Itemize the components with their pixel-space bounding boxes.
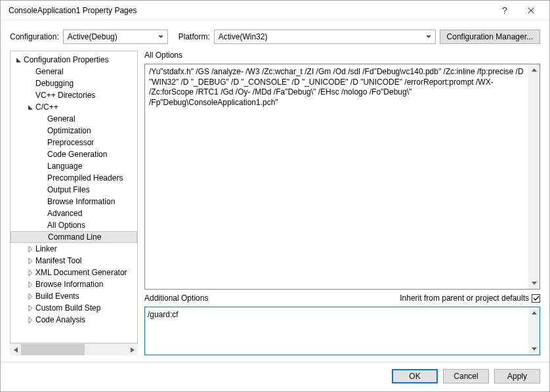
cancel-button[interactable]: Cancel: [443, 369, 489, 383]
tree-item[interactable]: Precompiled Headers: [11, 172, 137, 184]
all-options-label: All Options: [144, 51, 540, 60]
tree-item[interactable]: Preprocessor: [11, 137, 137, 148]
tree-expand-icon[interactable]: [26, 269, 34, 276]
configuration-manager-button[interactable]: Configuration Manager...: [440, 30, 540, 44]
tree-expand-icon[interactable]: [38, 139, 46, 146]
tree-item-label: General: [47, 114, 75, 123]
tree-item-label: Code Generation: [47, 150, 107, 159]
tree-item[interactable]: Custom Build Step: [11, 302, 137, 314]
tree-item-label: Command Line: [48, 232, 101, 242]
tree-expand-icon[interactable]: [26, 292, 34, 300]
scroll-down-icon[interactable]: [528, 343, 539, 355]
tree-item-label: General: [35, 67, 64, 76]
tree-item[interactable]: Linker: [11, 243, 137, 255]
tree-item[interactable]: XML Document Generator: [11, 267, 137, 278]
tree-expand-icon[interactable]: [38, 198, 46, 206]
tree-item-label: Custom Build Step: [35, 303, 100, 313]
tree-item[interactable]: Output Files: [11, 184, 137, 196]
dialog-button-bar: OK Cancel Apply: [1, 362, 549, 391]
tree-item[interactable]: Code Generation: [11, 148, 137, 160]
apply-button[interactable]: Apply: [494, 369, 540, 383]
chevron-down-icon: [156, 32, 165, 41]
inherit-defaults-label: Inherit from parent or project defaults: [400, 294, 529, 303]
tree-item[interactable]: Build Events: [11, 290, 137, 302]
tree-item-label: Linker: [35, 244, 57, 253]
help-button[interactable]: ?: [492, 1, 518, 20]
tree-item-label: Precompiled Headers: [47, 173, 123, 183]
tree-item[interactable]: Configuration Properties: [11, 54, 137, 66]
tree-item-label: Language: [47, 162, 82, 171]
chevron-down-icon: [424, 32, 433, 41]
platform-label: Platform:: [179, 32, 210, 41]
tree-item[interactable]: C/C++: [11, 101, 137, 113]
scrollbar-thumb[interactable]: [21, 344, 85, 355]
ok-button[interactable]: OK: [392, 369, 438, 383]
tree-item[interactable]: Debugging: [11, 77, 137, 89]
scroll-left-icon[interactable]: [10, 344, 21, 355]
scroll-up-icon[interactable]: [528, 64, 539, 76]
tree-expand-icon[interactable]: [26, 257, 34, 265]
tree-item[interactable]: Browse Information: [11, 278, 137, 290]
tree-expand-icon[interactable]: [39, 233, 47, 241]
tree-item-label: Browse Information: [47, 197, 115, 206]
tree-item-label: Manifest Tool: [35, 256, 81, 265]
tree-expand-icon[interactable]: [26, 245, 34, 253]
properties-tree[interactable]: Configuration PropertiesGeneralDebugging…: [10, 51, 138, 343]
tree-item-label: VC++ Directories: [35, 91, 95, 100]
tree-expand-icon[interactable]: [26, 304, 34, 312]
tree-item-label: Build Events: [35, 292, 79, 301]
configuration-combo[interactable]: Active(Debug): [63, 30, 168, 44]
tree-item[interactable]: VC++ Directories: [11, 89, 137, 101]
tree-expand-icon[interactable]: [38, 115, 46, 123]
configuration-label: Configuration:: [10, 32, 59, 41]
tree-item[interactable]: Optimization: [11, 125, 137, 137]
inherit-defaults-checkbox[interactable]: [532, 294, 540, 303]
platform-value: Active(Win32): [219, 32, 268, 41]
tree-horizontal-scrollbar[interactable]: [10, 343, 138, 355]
additional-options-input[interactable]: /guard:cf: [144, 307, 540, 355]
tree-item-label: All Options: [47, 221, 85, 230]
scroll-down-icon[interactable]: [528, 278, 539, 289]
configuration-value: Active(Debug): [68, 32, 117, 41]
tree-expand-icon[interactable]: [26, 280, 34, 288]
tree-expand-icon[interactable]: [26, 79, 34, 87]
tree-item[interactable]: Manifest Tool: [11, 255, 137, 267]
tree-item-label: Advanced: [47, 209, 82, 218]
tree-expand-icon[interactable]: [14, 56, 22, 64]
tree-item[interactable]: Language: [11, 160, 137, 172]
scroll-right-icon[interactable]: [127, 344, 138, 355]
tree-item-label: Configuration Properties: [24, 55, 108, 64]
tree-expand-icon[interactable]: [38, 209, 46, 217]
tree-item[interactable]: All Options: [11, 219, 137, 231]
tree-item-label: Preprocessor: [47, 138, 94, 147]
tree-item[interactable]: Advanced: [11, 207, 137, 219]
tree-expand-icon[interactable]: [38, 174, 46, 182]
tree-item-label: Browse Information: [35, 280, 103, 289]
tree-item-label: C/C++: [35, 102, 58, 112]
tree-item[interactable]: Browse Information: [11, 196, 137, 207]
close-button[interactable]: [518, 1, 544, 20]
tree-item-label: Code Analysis: [35, 315, 85, 324]
tree-expand-icon[interactable]: [38, 162, 46, 170]
additional-options-label: Additional Options: [144, 294, 208, 303]
tree-item-label: Debugging: [35, 79, 74, 88]
tree-item[interactable]: Command Line: [11, 231, 137, 243]
tree-expand-icon[interactable]: [38, 150, 46, 158]
tree-expand-icon[interactable]: [38, 221, 46, 229]
tree-expand-icon[interactable]: [38, 186, 46, 194]
scroll-up-icon[interactable]: [528, 307, 539, 318]
tree-expand-icon[interactable]: [26, 91, 34, 99]
tree-item[interactable]: General: [11, 113, 137, 125]
tree-item[interactable]: Code Analysis: [11, 314, 137, 326]
tree-expand-icon[interactable]: [38, 127, 46, 135]
title-bar: ConsoleApplication1 Property Pages ?: [1, 1, 549, 20]
all-options-text: /Yu"stdafx.h" /GS /analyze- /W3 /Zc:wcha…: [144, 64, 540, 290]
tree-expand-icon[interactable]: [26, 68, 34, 76]
tree-item-label: Optimization: [47, 126, 91, 135]
tree-expand-icon[interactable]: [26, 316, 34, 324]
tree-item[interactable]: General: [11, 66, 137, 77]
tree-expand-icon[interactable]: [26, 103, 34, 111]
platform-combo[interactable]: Active(Win32): [214, 30, 436, 44]
configuration-row: Configuration: Active(Debug) Platform: A…: [1, 20, 549, 51]
scrollbar-track[interactable]: [21, 344, 127, 355]
